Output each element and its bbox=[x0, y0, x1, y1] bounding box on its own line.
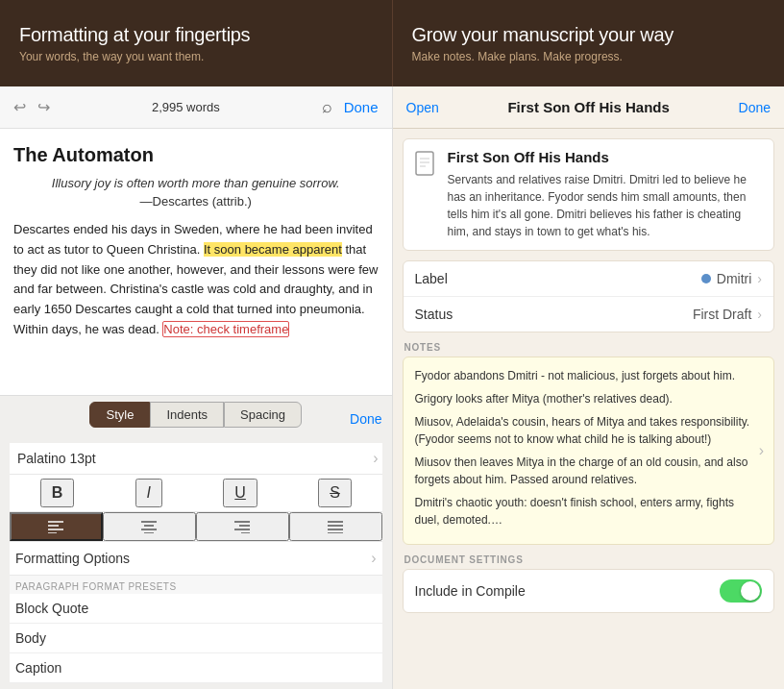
editor-content: The Automaton Illusory joy is often wort… bbox=[0, 129, 392, 395]
doc-title: The Automaton bbox=[13, 144, 379, 166]
italic-button[interactable]: I bbox=[135, 479, 162, 507]
format-tabs: Style Indents Spacing bbox=[89, 402, 302, 428]
status-row[interactable]: Status First Draft › bbox=[404, 297, 774, 332]
banner-right: Grow your manuscript your way Make notes… bbox=[393, 0, 785, 86]
format-toolbar: Style Indents Spacing Done Palatino 13pt… bbox=[0, 395, 392, 689]
status-field: Status bbox=[415, 307, 453, 322]
banner-right-title: Grow your manuscript your way bbox=[412, 24, 766, 46]
notes-card[interactable]: Fyodor abandons Dmitri - not malicious, … bbox=[403, 357, 775, 545]
preset-caption[interactable]: Caption bbox=[10, 653, 382, 683]
doc-quote: Illusory joy is often worth more than ge… bbox=[13, 176, 379, 190]
nav-right: ⌕ Done bbox=[322, 97, 379, 117]
ios-nav-bar: ↩ ↪ 2,995 words ⌕ Done bbox=[0, 86, 392, 129]
doc-synopsis: Servants and relatives raise Dmitri. Dmi… bbox=[448, 171, 763, 240]
presets-label: PARAGRAPH FORMAT PRESETS bbox=[10, 576, 382, 594]
format-done-button[interactable]: Done bbox=[350, 411, 381, 427]
tab-spacing[interactable]: Spacing bbox=[224, 402, 302, 428]
label-field: Label bbox=[415, 271, 448, 286]
include-compile-toggle[interactable] bbox=[720, 579, 762, 603]
include-compile-label: Include in Compile bbox=[415, 583, 526, 599]
tab-indents[interactable]: Indents bbox=[150, 402, 224, 428]
note-1: Fyodor abandons Dmitri - not malicious, … bbox=[415, 367, 763, 384]
svg-rect-16 bbox=[416, 152, 433, 175]
right-nav-done-button[interactable]: Done bbox=[739, 100, 771, 115]
include-compile-row: Include in Compile bbox=[404, 570, 774, 612]
font-label: Palatino 13pt bbox=[13, 447, 100, 470]
undo-icon[interactable]: ↩ bbox=[13, 98, 26, 116]
note-5: Dmitri's chaotic youth: doesn't finish s… bbox=[415, 494, 763, 529]
align-right-button[interactable] bbox=[196, 512, 289, 541]
tab-style[interactable]: Style bbox=[89, 402, 150, 428]
redo-icon[interactable]: ↪ bbox=[37, 98, 50, 116]
preset-block-quote[interactable]: Block Quote bbox=[10, 594, 382, 624]
status-arrow: › bbox=[757, 307, 762, 322]
preset-body[interactable]: Body bbox=[10, 624, 382, 653]
status-value-text: First Draft bbox=[693, 307, 751, 322]
format-options-label: Formatting Options bbox=[15, 551, 130, 566]
top-banners: Formatting at your fingertips Your words… bbox=[0, 0, 784, 86]
meta-section: Label Dmitri › Status First Draft › bbox=[403, 260, 775, 332]
notes-section: NOTES Fyodor abandons Dmitri - not malic… bbox=[403, 342, 775, 545]
doc-attribution: —Descartes (attrib.) bbox=[13, 194, 379, 209]
settings-section: DOCUMENT SETTINGS Include in Compile bbox=[403, 554, 775, 613]
doc-body: Descartes ended his days in Sweden, wher… bbox=[13, 220, 379, 340]
doc-details: First Son Off His Hands Servants and rel… bbox=[448, 149, 763, 240]
notes-header: NOTES bbox=[403, 342, 775, 353]
nav-icons: ↩ ↪ bbox=[13, 98, 50, 116]
banner-left-title: Formatting at your fingertips bbox=[19, 24, 373, 46]
label-value-text: Dmitri bbox=[717, 271, 752, 286]
word-count: 2,995 words bbox=[152, 100, 220, 114]
format-options-arrow: › bbox=[371, 550, 376, 567]
notes-arrow: › bbox=[759, 442, 764, 459]
status-value: First Draft › bbox=[693, 307, 762, 322]
format-options-row[interactable]: Formatting Options › bbox=[10, 542, 382, 576]
body-highlight-yellow: It soon became apparent bbox=[204, 242, 342, 257]
settings-header: DOCUMENT SETTINGS bbox=[403, 554, 775, 565]
font-arrow: › bbox=[373, 450, 378, 467]
right-content: First Son Off His Hands Servants and rel… bbox=[393, 129, 785, 689]
banner-right-subtitle: Make notes. Make plans. Make progress. bbox=[412, 50, 766, 63]
right-nav-title: First Son Off His Hands bbox=[507, 99, 669, 115]
banner-left-subtitle: Your words, the way you want them. bbox=[19, 50, 373, 63]
label-arrow: › bbox=[757, 271, 762, 286]
right-panel: Open First Son Off His Hands Done First … bbox=[393, 86, 785, 689]
style-row: B I U S bbox=[10, 475, 382, 512]
body-highlight-red: Note: check timeframe bbox=[162, 321, 289, 337]
bold-button[interactable]: B bbox=[40, 479, 75, 507]
align-left-button[interactable] bbox=[10, 512, 103, 541]
doc-section-title: First Son Off His Hands bbox=[448, 149, 763, 165]
nav-done-button[interactable]: Done bbox=[344, 99, 379, 115]
doc-file-icon bbox=[415, 151, 438, 183]
align-center-button[interactable] bbox=[103, 512, 196, 541]
settings-card: Include in Compile bbox=[403, 569, 775, 613]
note-4: Miusov then leaves Mitya in the charge o… bbox=[415, 454, 763, 488]
doc-section: First Son Off His Hands Servants and rel… bbox=[403, 138, 775, 251]
search-icon[interactable]: ⌕ bbox=[322, 97, 332, 117]
main-content: ↩ ↪ 2,995 words ⌕ Done The Automaton Ill… bbox=[0, 86, 784, 689]
note-2: Grigory looks after Mitya (mother's rela… bbox=[415, 390, 763, 407]
right-nav-bar: Open First Son Off His Hands Done bbox=[393, 86, 785, 129]
underline-button[interactable]: U bbox=[223, 479, 257, 507]
left-panel: ↩ ↪ 2,995 words ⌕ Done The Automaton Ill… bbox=[0, 86, 393, 689]
label-value: Dmitri › bbox=[701, 271, 762, 286]
note-3: Miusov, Adelaida's cousin, hears of Mity… bbox=[415, 413, 763, 448]
label-row[interactable]: Label Dmitri › bbox=[404, 261, 774, 297]
format-tabs-wrapper: Style Indents Spacing Done bbox=[10, 402, 382, 435]
banner-left: Formatting at your fingertips Your words… bbox=[0, 0, 393, 86]
strikethrough-button[interactable]: S bbox=[318, 479, 352, 507]
font-row: Palatino 13pt › bbox=[10, 443, 382, 475]
label-dot bbox=[701, 274, 711, 283]
right-nav-open-button[interactable]: Open bbox=[406, 100, 439, 115]
align-justify-button[interactable] bbox=[289, 512, 382, 541]
align-row bbox=[10, 512, 382, 542]
